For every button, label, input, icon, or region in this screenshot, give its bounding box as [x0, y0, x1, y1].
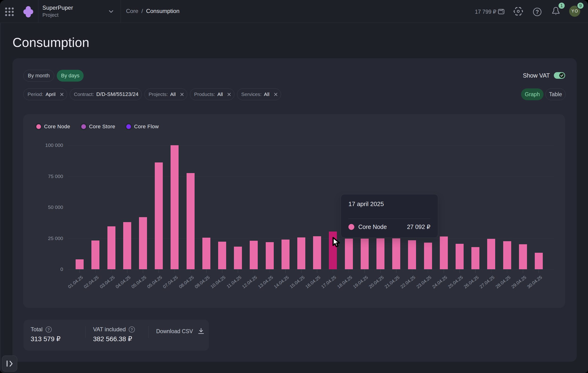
- svg-text:?: ?: [47, 328, 50, 331]
- svg-text:?: ?: [130, 328, 133, 331]
- svg-text:?: ?: [536, 9, 539, 15]
